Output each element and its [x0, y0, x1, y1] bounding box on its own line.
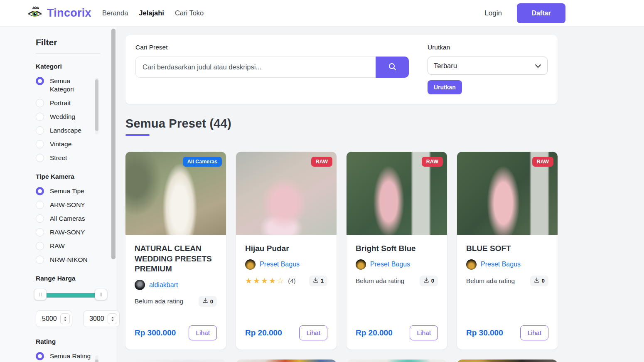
preset-card: All Cameras NATURAL CLEAN WEDDING PRESET… — [125, 152, 226, 350]
sidebar-scrollbar[interactable] — [111, 29, 116, 259]
sort-apply-button[interactable]: Urutkan — [428, 80, 462, 94]
radio-icon — [36, 77, 44, 85]
price-range-slider[interactable] — [36, 289, 106, 301]
star-rating-icon: ★★★★☆ — [245, 276, 285, 286]
filter-option-label: RAW-SONY — [50, 228, 85, 236]
radio-icon — [36, 214, 44, 223]
camera-option-list: Semua Tipe ARW-SONY All Cameras RAW-SONY… — [36, 187, 100, 264]
download-count: 0 — [210, 298, 213, 305]
seller-name: Preset Bagus — [370, 261, 410, 268]
signup-button[interactable]: Daftar — [517, 3, 565, 23]
max-spinner-icon[interactable] — [108, 313, 117, 324]
view-button[interactable]: Lihat — [299, 325, 327, 340]
download-icon — [313, 277, 319, 285]
downloads-badge: 0 — [199, 296, 217, 307]
filter-option[interactable]: Semua Rating — [36, 352, 91, 360]
seller-link[interactable]: Preset Bagus — [245, 259, 327, 270]
search-input[interactable] — [135, 57, 409, 78]
price-filter-group: Range Harga — [36, 275, 100, 327]
filter-option-label: Semua Rating — [50, 352, 91, 360]
camera-type-badge: RAW — [422, 157, 443, 167]
seller-link[interactable]: aldiakbart — [135, 280, 217, 290]
filter-option-label: Portrait — [50, 99, 71, 107]
radio-icon — [36, 242, 44, 250]
camera-filter-group: Tipe Kamera Semua Tipe ARW-SONY All Came… — [36, 173, 100, 264]
seller-link[interactable]: Preset Bagus — [466, 259, 548, 270]
filter-option[interactable]: Street — [36, 154, 91, 162]
preset-image[interactable]: RAW — [347, 152, 447, 235]
main-content: Cari Preset Urutkan — [117, 27, 644, 362]
slider-max-handle[interactable] — [95, 289, 107, 300]
seller-avatar — [356, 259, 366, 270]
preset-card: RAW Hijau Pudar Preset Bagus ★★★★☆ (4) — [236, 152, 337, 350]
login-link[interactable]: Login — [484, 9, 502, 17]
radio-icon — [36, 201, 44, 209]
preset-price: Rp 20.000 — [356, 328, 393, 337]
min-spinner-icon[interactable] — [60, 313, 70, 324]
filter-option-label: Wedding — [50, 113, 75, 121]
preset-image[interactable]: RAW — [457, 152, 558, 235]
rating-scrollbar[interactable] — [95, 355, 98, 362]
filter-option[interactable]: Landscape — [36, 126, 91, 135]
preset-image[interactable]: ARW-SONY — [236, 360, 337, 362]
main-nav: Beranda Jelajahi Cari Toko — [102, 9, 204, 17]
preset-card-partial: All Cameras — [347, 360, 447, 362]
search-button[interactable] — [376, 57, 409, 78]
nav-item-beranda[interactable]: Beranda — [102, 9, 128, 17]
results-heading: Semua Preset (44) — [125, 117, 644, 131]
preset-image[interactable]: All Cameras — [457, 360, 558, 362]
preset-title[interactable]: Hijau Pudar — [245, 244, 327, 254]
seller-name: Preset Bagus — [260, 261, 300, 268]
slider-track — [40, 293, 101, 298]
view-button[interactable]: Lihat — [520, 325, 548, 340]
filter-option[interactable]: Portrait — [36, 99, 91, 107]
preset-title[interactable]: BLUE SOFT — [466, 244, 548, 254]
radio-icon — [36, 352, 44, 360]
filter-option-label: Street — [50, 154, 67, 162]
radio-icon — [36, 228, 44, 236]
filter-option[interactable]: RAW — [36, 242, 91, 250]
rating-row: Belum ada rating 0 — [135, 296, 217, 307]
filter-option[interactable]: Semua Tipe — [36, 187, 91, 195]
view-button[interactable]: Lihat — [410, 325, 438, 340]
brand-logo[interactable]: Tincorix — [27, 5, 91, 21]
brand-name: Tincorix — [47, 7, 91, 20]
nav-item-cari-toko[interactable]: Cari Toko — [175, 9, 204, 17]
filter-option[interactable]: RAW-SONY — [36, 228, 91, 236]
preset-price: Rp 30.000 — [466, 328, 503, 337]
chevron-down-icon — [535, 62, 541, 70]
view-button[interactable]: Lihat — [189, 325, 217, 340]
filter-option[interactable]: Vintage — [36, 140, 91, 148]
preset-card-partial: ARW-SONY — [236, 360, 337, 362]
category-scrollbar[interactable] — [95, 78, 98, 134]
preset-title[interactable]: Bright Soft Blue — [356, 244, 438, 254]
filter-option-label: ARW-SONY — [50, 201, 85, 209]
download-icon — [423, 277, 429, 285]
filter-option-label: Semua Kategori — [50, 77, 91, 94]
download-count: 0 — [431, 278, 434, 284]
preset-image[interactable]: All Cameras — [125, 360, 226, 362]
rating-filter-group: Rating Semua Rating ★★★★☆ 4+ bintang ★★★… — [36, 338, 100, 362]
slider-min-handle[interactable] — [34, 289, 47, 300]
preset-card: RAW BLUE SOFT Preset Bagus Belum ada rat… — [457, 152, 558, 350]
filter-option[interactable]: ARW-SONY — [36, 201, 91, 209]
seller-link[interactable]: Preset Bagus — [356, 259, 438, 270]
camera-type-badge: RAW — [311, 157, 332, 167]
filter-option[interactable]: Wedding — [36, 113, 91, 121]
downloads-badge: 0 — [420, 276, 438, 286]
preset-image[interactable]: All Cameras — [347, 360, 447, 362]
filter-option[interactable]: All Cameras — [36, 214, 91, 223]
sort-select[interactable]: Terbaru — [428, 57, 548, 75]
preset-image[interactable]: RAW — [236, 152, 337, 235]
radio-icon — [36, 126, 44, 135]
radio-icon — [36, 113, 44, 121]
preset-title[interactable]: NATURAL CLEAN WEDDING PRESETS PREMIUM — [135, 244, 217, 274]
camera-type-badge: RAW — [532, 157, 553, 167]
download-icon — [202, 298, 208, 305]
preset-image[interactable]: All Cameras — [125, 152, 226, 235]
filter-option[interactable]: NRW-NIKON — [36, 256, 91, 264]
preset-grid: All Cameras NATURAL CLEAN WEDDING PRESET… — [125, 152, 558, 350]
filter-option[interactable]: Semua Kategori — [36, 77, 91, 94]
nav-item-jelajahi[interactable]: Jelajahi — [139, 9, 164, 17]
price-heading: Range Harga — [36, 275, 100, 282]
